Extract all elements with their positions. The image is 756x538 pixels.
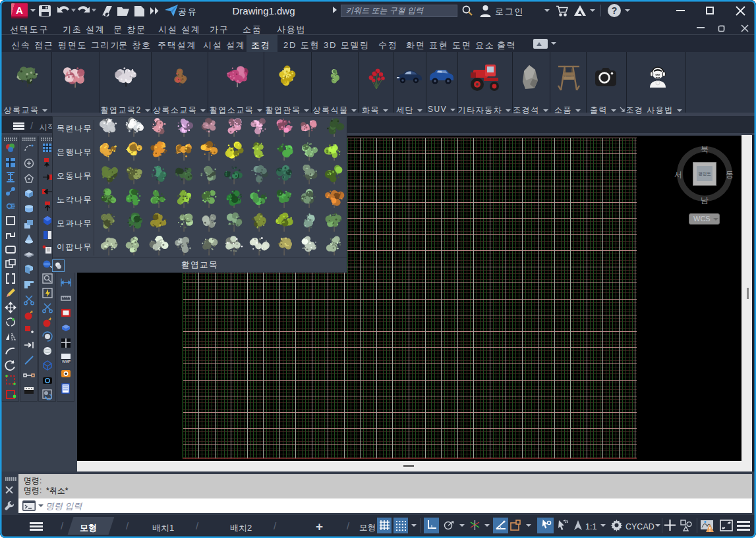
svg-text:WMF: WMF	[62, 360, 71, 363]
